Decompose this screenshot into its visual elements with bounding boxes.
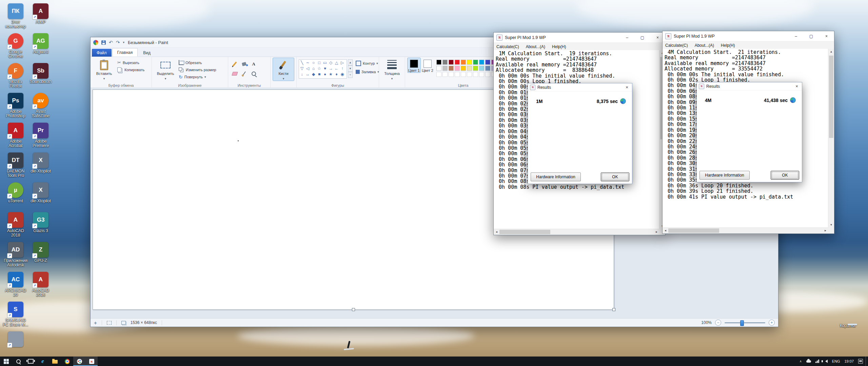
desktop-shortcut[interactable]: G3↗ Glazis 3 [28, 212, 54, 237]
desktop-shortcut[interactable]: Sb↗ Soundbooth [28, 63, 54, 87]
zoom-slider[interactable] [725, 322, 765, 323]
shapes-expand-icon[interactable]: ▿ [348, 72, 353, 78]
shape-cell[interactable]: ← [335, 66, 339, 70]
menu-item[interactable]: About...(A) [695, 43, 714, 48]
close-button[interactable]: × [819, 31, 834, 41]
shape-cell[interactable]: △ [335, 61, 338, 65]
vertical-scrollbar[interactable]: ▲ ▼ [828, 49, 834, 228]
palette-color[interactable] [461, 66, 466, 71]
taskbar-paint-button[interactable] [73, 357, 85, 366]
desktop-shortcut[interactable]: Pr↗ Adobe Premiere [28, 123, 54, 147]
desktop-shortcut[interactable]: µ↗ uTorrent [3, 182, 28, 207]
fill-tool[interactable] [240, 60, 249, 68]
color2-button[interactable]: Цвет 2 [421, 58, 434, 73]
palette-color[interactable] [479, 60, 484, 65]
shapes-scroll-up-icon[interactable]: ▲ [348, 59, 353, 65]
shape-cell[interactable]: ♥ [324, 66, 326, 70]
canvas-resize-handle-bottom[interactable] [352, 308, 355, 311]
desktop-shortcut[interactable]: Ps↗ Adobe Photoshop [3, 93, 28, 117]
hardware-information-button[interactable]: Hardware Information [531, 172, 581, 181]
maximize-button[interactable]: ▢ [804, 31, 819, 41]
close-icon[interactable]: × [622, 83, 632, 91]
palette-empty-slot[interactable] [485, 72, 490, 77]
shape-cell[interactable]: ● [324, 72, 326, 76]
tab-view[interactable]: Вид [138, 49, 155, 57]
close-icon[interactable]: × [792, 82, 802, 90]
shape-cell[interactable]: ■ [318, 72, 320, 76]
palette-empty-slot[interactable] [479, 72, 484, 77]
redo-icon[interactable]: ↷ [116, 40, 120, 45]
scroll-left-icon[interactable]: ◄ [663, 228, 668, 233]
palette-color[interactable] [436, 60, 441, 65]
shape-cell[interactable]: ♦ [335, 72, 337, 76]
desktop-shortcut[interactable]: X↗ dle-Xtopilot [28, 182, 54, 207]
desktop-shortcut[interactable]: ПК↗ Этот компьютер [3, 3, 28, 28]
color-picker-tool[interactable] [240, 69, 249, 78]
dialog-titlebar[interactable]: π Results × [528, 83, 632, 92]
desktop-shortcut[interactable]: F↗ Mozilla Firefox [3, 63, 28, 87]
palette-color[interactable] [473, 66, 478, 71]
palette-empty-slot[interactable] [436, 72, 441, 77]
desktop-shortcut[interactable]: ↗ [3, 331, 28, 356]
desktop-shortcut[interactable]: A↗ AutoCAD 2016 [28, 272, 54, 296]
undo-icon[interactable]: ↶ [109, 40, 113, 45]
desktop-shortcut[interactable]: A↗ Adobe Acrobat [3, 123, 28, 147]
canvas-resize-handle-corner[interactable] [612, 308, 615, 311]
paint-app-icon[interactable] [93, 40, 98, 45]
zoom-in-button[interactable]: + [769, 320, 775, 326]
scrollbar-thumb[interactable] [499, 230, 550, 234]
scroll-right-icon[interactable]: ► [823, 228, 828, 233]
zoom-out-button[interactable]: − [715, 320, 721, 326]
shape-cell[interactable]: ↑ [341, 66, 343, 70]
network-icon[interactable] [815, 360, 819, 363]
superpi2-titlebar[interactable]: π Super PI Mod 1.9 WP – ▢ × [663, 31, 834, 41]
shape-cell[interactable]: ∼ [306, 61, 309, 65]
shape-cell[interactable]: ╲ [301, 61, 303, 65]
desktop-shortcut[interactable]: X↗ dle-Xtopilot [28, 152, 54, 177]
size-button[interactable]: Толщина ▾ [381, 58, 403, 81]
volume-icon[interactable] [825, 360, 828, 363]
palette-color[interactable] [461, 60, 466, 65]
palette-color[interactable] [485, 60, 490, 65]
shape-cell[interactable]: ◇ [329, 61, 332, 65]
desktop-shortcut[interactable]: av↗ Avast SafeZone [28, 93, 54, 117]
desktop-shortcut[interactable]: AC↗ ARCHICAD 20 [3, 272, 28, 296]
shape-cell[interactable]: □ [318, 61, 320, 65]
menu-item[interactable]: Calculate(C) [665, 43, 688, 48]
select-button[interactable]: Выделить ▾ [154, 58, 177, 81]
tab-home[interactable]: Главная [112, 48, 138, 57]
desktop-shortcut[interactable]: Z↗ GPU-Z [28, 242, 54, 266]
zoom-slider-thumb[interactable] [740, 320, 744, 326]
clock[interactable]: 19:07 [844, 359, 854, 363]
fill-button[interactable]: Заливка▾ [354, 68, 381, 75]
file-explorer-button[interactable] [49, 357, 61, 366]
palette-empty-slot[interactable] [461, 72, 466, 77]
desktop-shortcut[interactable]: AG↗ Adguard [28, 33, 54, 58]
outline-button[interactable]: Контур▾ [354, 60, 381, 67]
palette-color[interactable] [479, 66, 484, 71]
copy-button[interactable]: Копировать [116, 66, 146, 73]
desktop-shortcut[interactable]: S↗ SAMSUNG PC Share M... [3, 302, 28, 326]
maximize-button[interactable]: ▢ [635, 33, 650, 42]
hardware-information-button[interactable]: Hardware Information [699, 171, 750, 180]
scroll-down-icon[interactable]: ▼ [828, 222, 834, 228]
palette-color[interactable] [442, 66, 448, 71]
palette-color[interactable] [467, 60, 472, 65]
palette-color[interactable] [467, 66, 472, 71]
paste-button[interactable]: Вставить ▾ [93, 58, 116, 81]
shape-cell[interactable]: ▭ [323, 61, 327, 65]
palette-color[interactable] [449, 66, 454, 71]
shape-cell[interactable]: ⌂ [312, 66, 315, 70]
cut-button[interactable]: ✂Вырезать [116, 59, 146, 66]
menu-item[interactable]: Calculate(C) [496, 44, 519, 49]
palette-empty-slot[interactable] [449, 72, 454, 77]
search-button[interactable] [12, 357, 24, 366]
color1-button[interactable]: Цвет 1 [407, 58, 421, 73]
ok-button[interactable]: OK [601, 172, 629, 181]
taskbar-chrome-button[interactable] [61, 357, 73, 366]
shape-cell[interactable]: → [329, 66, 333, 70]
pencil-tool[interactable] [230, 60, 239, 68]
shape-cell[interactable]: ◉ [340, 72, 344, 76]
cloud-icon[interactable] [806, 360, 811, 363]
palette-empty-slot[interactable] [455, 72, 460, 77]
